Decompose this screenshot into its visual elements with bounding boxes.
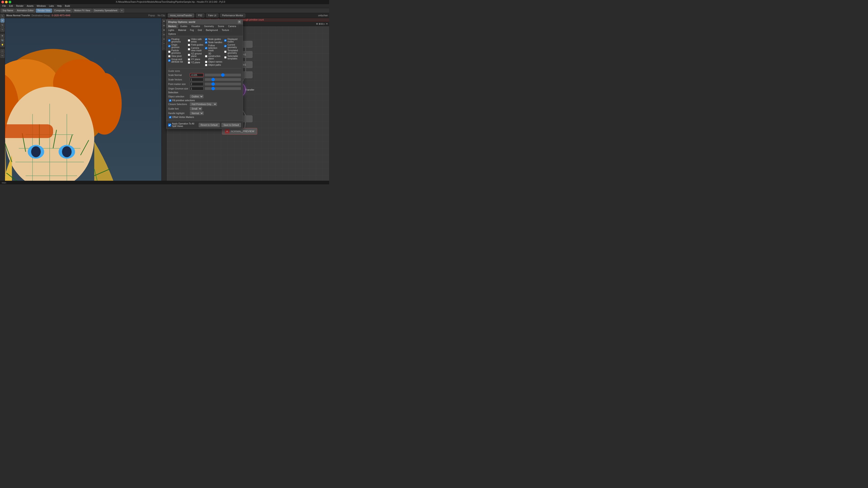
menu-windows[interactable]: Windows <box>35 4 47 7</box>
tab-geo-spreadsheet[interactable]: Geometry Spreadsheet <box>92 8 119 13</box>
cb-node-handles-input[interactable] <box>205 41 207 43</box>
tool-light[interactable]: 💡 <box>0 43 4 47</box>
menu-edit[interactable]: Edit <box>8 4 14 7</box>
menu-assets[interactable]: Assets <box>25 4 35 7</box>
dialog-tab-fog[interactable]: Fog <box>188 28 196 32</box>
tab-sop-name[interactable]: Sop Name <box>1 8 15 13</box>
cb-current-geo: Current geometry <box>224 43 241 48</box>
cb-camera-mask-input[interactable] <box>188 48 190 51</box>
save-default-button[interactable]: Save to Default <box>221 123 241 127</box>
cb-floating-gnomons-input[interactable] <box>168 39 170 41</box>
fill-primitive-input[interactable] <box>169 99 171 102</box>
maximize-button[interactable] <box>8 1 11 3</box>
revert-default-button[interactable]: Revert to Default <box>199 123 220 127</box>
cb-xz-ground-input[interactable] <box>188 54 190 56</box>
tool-rotate[interactable]: ↻ <box>0 23 4 27</box>
dialog-tab-grid[interactable]: Grid <box>196 28 204 32</box>
viewport-content[interactable]: ⊞ fps: 60 165.37 0.3 ◈ ⊞ ⊠ ⊟ ⊡ + − <box>5 18 166 184</box>
vp-zoom-out[interactable]: − <box>162 46 166 50</box>
tool-move[interactable]: ⊕ <box>0 19 4 23</box>
viewport-btn-popup[interactable]: Popup <box>148 14 155 17</box>
cb-field-guides-input[interactable] <box>188 44 190 46</box>
cb-group-attr-input[interactable] <box>168 59 170 62</box>
cb-view-pivot-input[interactable] <box>168 55 170 57</box>
tool-select[interactable]: ↖ <box>0 14 4 18</box>
origin-gnomon-slider[interactable] <box>205 87 241 90</box>
tool-camera[interactable]: 📷 <box>0 38 4 42</box>
tool-view[interactable]: 👁 <box>0 34 4 38</box>
minimize-button[interactable] <box>5 1 8 3</box>
cb-object-names: Object names <box>205 61 222 63</box>
handle-hl-select[interactable]: Normal <box>190 111 204 115</box>
cb-yz-plane-input[interactable] <box>188 61 190 64</box>
close-button[interactable] <box>1 1 4 3</box>
dialog-tab-guides[interactable]: Guides <box>178 24 189 28</box>
obj-sel-dropdown[interactable]: Outline <box>190 95 204 98</box>
tab-motion-fx[interactable]: Motion FX View <box>73 8 92 13</box>
cb-node-guides-input[interactable] <box>205 38 207 40</box>
cb-selectable-templates-input[interactable] <box>224 56 226 59</box>
scale-normal-input[interactable] <box>190 73 204 77</box>
vp-tool-1[interactable]: ◈ <box>162 19 166 23</box>
dialog-tab-camera[interactable]: Camera <box>226 24 238 28</box>
menu-file[interactable]: File <box>1 4 7 7</box>
right-tab-fake-lit[interactable]: Fake Lit <box>206 13 218 18</box>
point-marker-slider[interactable] <box>205 83 241 86</box>
cb-video-safe-input[interactable] <box>188 39 190 41</box>
point-marker-input[interactable] <box>190 82 204 86</box>
apply-all-input[interactable] <box>168 124 171 127</box>
scale-normal-slider[interactable] <box>205 74 241 76</box>
origin-gnomon-input[interactable] <box>190 87 204 90</box>
handle-hl-label: Handle highlight <box>168 112 188 115</box>
menu-build[interactable]: Build <box>64 4 71 7</box>
dialog-tabs: Markers Guides Visualize Geometry Scene … <box>166 24 243 36</box>
viewport-btn-noclip[interactable]: No Clip <box>158 14 165 17</box>
tab-animation-editor[interactable]: Animation Editor <box>16 8 35 13</box>
right-tab-mooa[interactable]: mooa_normalTransfer <box>168 13 194 18</box>
vp-tool-4[interactable]: ⊟ <box>162 33 166 37</box>
cb-current-geo-input[interactable] <box>224 45 226 47</box>
right-tab-ps2[interactable]: PS2 <box>196 13 204 18</box>
dialog-tab-geometry[interactable]: Geometry <box>202 24 216 28</box>
menu-render[interactable]: Render <box>15 4 25 7</box>
right-tab-perf[interactable]: Performance Monitor <box>220 13 245 18</box>
cb-particle-gnomons-input[interactable] <box>168 51 170 53</box>
closure-dropdown[interactable]: Hull Primitives Only <box>190 102 217 106</box>
add-tab-button[interactable]: + <box>120 8 124 13</box>
offset-vertex-row: Offset Vertex Markers <box>169 116 241 119</box>
cb-xy-plane-input[interactable] <box>188 58 190 61</box>
tab-composite-view[interactable]: Composite View <box>53 8 72 13</box>
node-panel-settings[interactable]: ⚙ ⊞ ⊟ ▷ ✕ <box>316 23 328 25</box>
cb-object-names-input[interactable] <box>205 61 207 63</box>
vp-tool-3[interactable]: ⊠ <box>162 28 166 32</box>
cb-object-paths-input[interactable] <box>205 64 207 66</box>
tool-geo[interactable]: □ <box>0 49 4 53</box>
dialog-tab-background[interactable]: Background <box>204 28 220 32</box>
cb-templated-geo-input[interactable] <box>224 51 226 53</box>
dialog-tab-options[interactable]: Options <box>166 32 178 36</box>
vp-tool-5[interactable]: ⊡ <box>162 37 166 41</box>
dialog-tab-markers[interactable]: Markers <box>166 24 178 28</box>
offset-vertex-input[interactable] <box>169 116 171 119</box>
cb-displayed-nodes: Displayed nodes <box>224 38 241 43</box>
tool-curve[interactable]: 〜 <box>0 54 4 58</box>
cb-origin-gnomon-input[interactable] <box>168 45 170 47</box>
dialog-tab-material[interactable]: Material <box>176 28 188 32</box>
cb-follow-selection-input[interactable] <box>205 47 207 49</box>
dialog-tab-visualize[interactable]: Visualize <box>189 24 202 28</box>
cb-displayed-nodes-input[interactable] <box>224 39 226 41</box>
tab-render-view[interactable]: Render View <box>36 8 52 13</box>
guide-font-select[interactable]: Small <box>190 107 202 110</box>
vp-tool-2[interactable]: ⊞ <box>162 24 166 28</box>
vp-zoom-in[interactable]: + <box>162 41 166 46</box>
dialog-tab-lights[interactable]: Lights <box>166 28 176 32</box>
scale-vectors-input[interactable] <box>190 78 204 81</box>
tool-scale[interactable]: ⤡ <box>0 28 4 32</box>
menu-help[interactable]: Help <box>56 4 63 7</box>
scale-vectors-slider[interactable] <box>205 78 241 81</box>
cb-3d-construction-input[interactable] <box>205 55 207 57</box>
dialog-tab-texture[interactable]: Texture <box>220 28 231 32</box>
dialog-close-button[interactable]: × <box>238 20 241 24</box>
dialog-tab-scene[interactable]: Scene <box>216 24 226 28</box>
menu-labs[interactable]: Labs <box>48 4 55 7</box>
